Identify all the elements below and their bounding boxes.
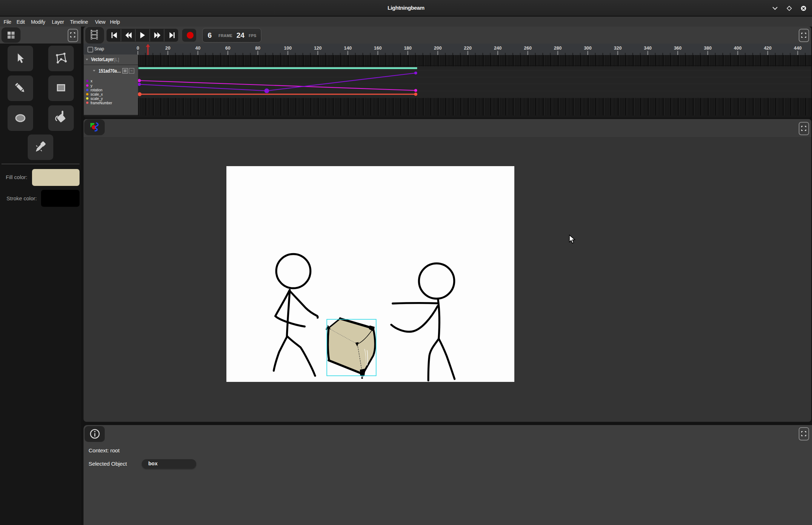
svg-text:80: 80 [255, 45, 260, 51]
svg-text:frameNumber: frameNumber [91, 101, 112, 105]
svg-text:VectorLayer: VectorLayer [91, 56, 114, 62]
svg-text:200: 200 [434, 45, 442, 51]
svg-text:60: 60 [225, 45, 230, 51]
svg-text:220: 220 [464, 45, 472, 51]
svg-text:y: y [91, 83, 93, 88]
svg-text:400: 400 [734, 45, 742, 51]
svg-text:380: 380 [704, 45, 712, 51]
svg-text:360: 360 [674, 45, 682, 51]
svg-text:160: 160 [374, 45, 382, 51]
svg-text:420: 420 [764, 45, 772, 51]
svg-text:280: 280 [554, 45, 562, 51]
svg-text:40: 40 [195, 45, 200, 51]
svg-text:0: 0 [136, 45, 139, 51]
svg-text:scale_y: scale_y [91, 96, 103, 101]
svg-text:320: 320 [614, 45, 622, 51]
svg-text:140: 140 [344, 45, 352, 51]
svg-text:180: 180 [404, 45, 412, 51]
svg-text:[L]: [L] [114, 57, 119, 62]
svg-text:260: 260 [524, 45, 532, 51]
svg-text:120: 120 [314, 45, 322, 51]
svg-text:20: 20 [165, 45, 170, 51]
svg-text:x: x [91, 79, 93, 83]
svg-text:440: 440 [794, 45, 802, 51]
svg-text:340: 340 [644, 45, 652, 51]
svg-text:scale_x: scale_x [91, 92, 103, 96]
svg-text:151ad70a…: 151ad70a… [99, 68, 121, 74]
svg-text:240: 240 [494, 45, 502, 51]
svg-text:100: 100 [284, 45, 292, 51]
svg-text:rotation: rotation [91, 88, 103, 92]
svg-text:~: ~ [130, 69, 132, 73]
svg-text:300: 300 [584, 45, 592, 51]
